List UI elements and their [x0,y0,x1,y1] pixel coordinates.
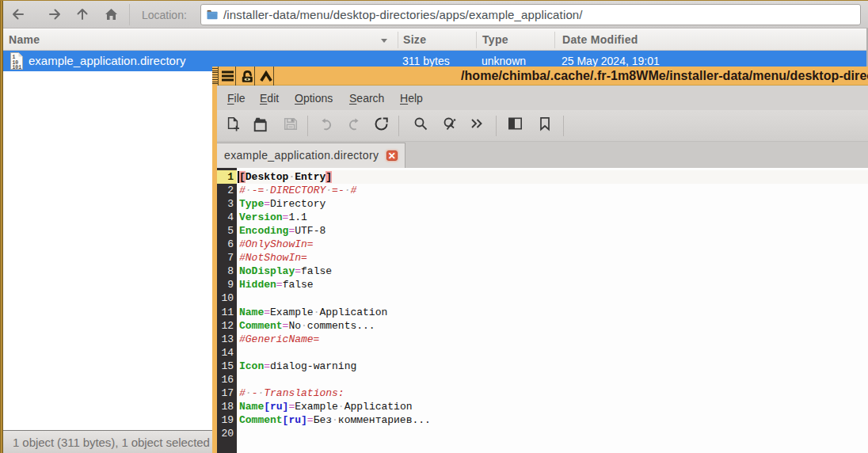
svg-text:101: 101 [13,65,22,70]
